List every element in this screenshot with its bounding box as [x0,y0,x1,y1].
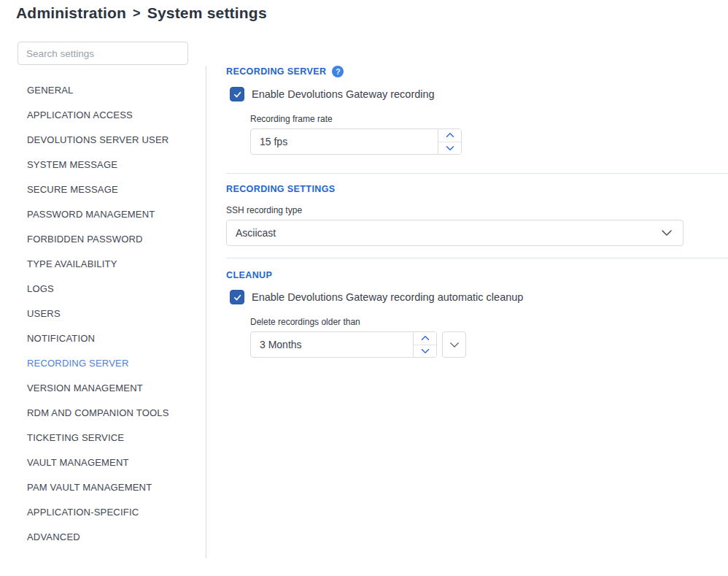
sidebar-divider [206,66,206,558]
time-unit-dropdown-button[interactable] [442,331,466,358]
stepper-up-button[interactable] [438,129,461,142]
ssh-recording-type-value: Asciicast [236,227,276,239]
search-input[interactable] [18,42,188,65]
sidebar-item-logs[interactable]: LOGS [0,276,206,301]
section-title-recording-server: RECORDING SERVER [226,66,326,77]
breadcrumb-system-settings: System settings [147,4,267,22]
delete-older-than-label: Delete recordings older than [250,317,728,327]
frame-rate-input[interactable] [250,128,438,155]
sidebar-item-ticketing-service[interactable]: TICKETING SERVICE [0,425,206,450]
chevron-down-icon [421,348,430,354]
sidebar-item-version-management[interactable]: VERSION MANAGEMENT [0,375,206,400]
chevron-up-icon [446,132,454,138]
sidebar-item-general[interactable]: GENERAL [0,77,206,102]
breadcrumb: Administration > System settings [16,4,267,22]
chevron-down-icon [661,229,673,237]
enable-gateway-recording-checkbox[interactable] [230,87,244,101]
section-cleanup: CLEANUP Enable Devolutions Gateway recor… [226,270,728,358]
sidebar-item-devolutions-server-user[interactable]: DEVOLUTIONS SERVER USER [0,127,206,152]
stepper-down-button[interactable] [414,345,436,358]
sidebar-item-recording-server[interactable]: RECORDING SERVER [0,350,206,375]
enable-cleanup-checkbox[interactable] [230,290,244,304]
chevron-down-icon [446,145,454,151]
sidebar-item-rdm-and-companion-tools[interactable]: RDM AND COMPANION TOOLS [0,400,206,425]
sidebar-item-forbidden-password[interactable]: FORBIDDEN PASSWORD [0,226,206,251]
help-icon[interactable]: ? [332,66,344,77]
enable-gateway-recording-label: Enable Devolutions Gateway recording [252,88,435,100]
breadcrumb-administration[interactable]: Administration [16,4,126,22]
frame-rate-label: Recording frame rate [250,114,728,124]
sidebar-item-password-management[interactable]: PASSWORD MANAGEMENT [0,201,206,226]
sidebar-item-pam-vault-management[interactable]: PAM VAULT MANAGEMENT [0,475,206,499]
sidebar-item-system-message[interactable]: SYSTEM MESSAGE [0,152,206,177]
enable-cleanup-label: Enable Devolutions Gateway recording aut… [252,291,523,303]
section-recording-server: RECORDING SERVER ? Enable Devolutions Ga… [226,66,728,174]
sidebar-item-application-access[interactable]: APPLICATION ACCESS [0,102,206,127]
settings-content: RECORDING SERVER ? Enable Devolutions Ga… [226,66,728,358]
chevron-up-icon [421,335,430,341]
delete-older-than-stepper [413,331,437,358]
section-divider [226,173,728,174]
delete-older-than-input[interactable] [250,331,414,358]
sidebar-item-type-availability[interactable]: TYPE AVAILABILITY [0,251,206,276]
section-title-cleanup: CLEANUP [226,270,272,280]
sidebar-item-notification[interactable]: NOTIFICATION [0,326,206,350]
chevron-right-icon: > [133,5,141,21]
ssh-recording-type-label: SSH recording type [226,205,728,215]
checkmark-icon [233,90,242,99]
sidebar-item-users[interactable]: USERS [0,301,206,326]
sidebar-item-application-specific[interactable]: APPLICATION-SPECIFIC [0,499,206,524]
ssh-recording-type-select[interactable]: Asciicast [226,220,684,246]
chevron-down-icon [449,342,460,348]
checkmark-icon [233,293,242,302]
section-recording-settings: RECORDING SETTINGS SSH recording type As… [226,184,728,258]
system-settings-page: Administration > System settings GENERAL… [0,0,728,576]
sidebar-item-vault-management[interactable]: VAULT MANAGEMENT [0,450,206,475]
stepper-down-button[interactable] [438,142,461,155]
stepper-up-button[interactable] [414,332,436,345]
section-title-recording-settings: RECORDING SETTINGS [226,184,336,194]
sidebar-item-secure-message[interactable]: SECURE MESSAGE [0,177,206,201]
frame-rate-stepper [438,128,462,155]
settings-nav: GENERAL APPLICATION ACCESS DEVOLUTIONS S… [0,77,206,549]
section-divider [226,258,728,258]
sidebar-item-advanced[interactable]: ADVANCED [0,524,206,549]
